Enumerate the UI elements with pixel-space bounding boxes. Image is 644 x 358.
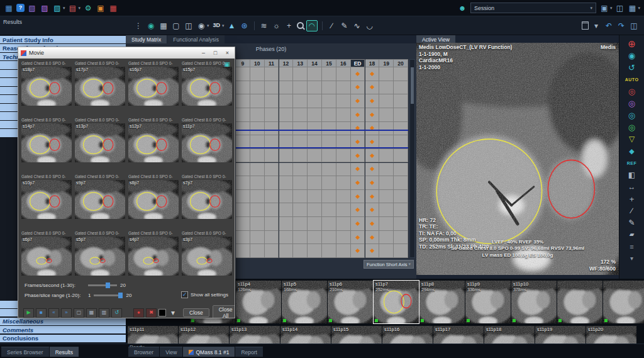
matrix-cell[interactable] [236,122,250,136]
matrix-cell[interactable] [394,217,408,231]
matrix-cell[interactable] [322,94,336,108]
movie-thumb-s16p7[interactable]: Gated Chest 8.0 SPO 0-s16p7 [128,61,179,106]
matrix-cell[interactable] [265,176,279,190]
matrix-cell[interactable] [279,190,294,204]
ref-view-icon[interactable]: ◆ [627,146,637,156]
matrix-cell[interactable] [379,122,394,136]
matrix-cell[interactable] [379,67,394,81]
matrix-cell[interactable] [336,149,351,163]
box-orange-icon[interactable]: ▣ [96,3,106,13]
matrix-cell[interactable] [279,122,294,136]
matrix-cell[interactable] [351,231,365,245]
pencil-icon[interactable]: ✎ [627,218,637,228]
film-thumb-s11p7[interactable]: s11p7252ms [374,281,419,323]
matrix-cell[interactable] [394,244,408,258]
matrix-cell[interactable] [250,81,265,95]
phase-column-12[interactable]: 12 [279,59,294,67]
matrix-cell[interactable] [308,217,322,231]
matrix-cell[interactable] [236,108,250,122]
results-item-comments[interactable]: Comments [0,326,126,333]
matrix-cell[interactable] [265,94,279,108]
app-grid-icon[interactable]: ▦ [4,3,14,13]
tab-series-browser[interactable]: Series Browser [1,347,49,357]
matrix-cell[interactable] [379,81,394,95]
signal-icon[interactable]: ∿ [352,21,362,31]
matrix-scrollbar-thumb[interactable] [411,67,414,104]
matrix-cell[interactable] [250,94,265,108]
layout-columns-icon[interactable]: ◫ [614,3,625,13]
show-all-settings-checkbox[interactable]: ✓ [181,291,188,298]
close-all-button[interactable]: Close All [213,305,235,318]
three-d-icon[interactable]: 3D [212,21,222,31]
stack-red-icon-caret[interactable]: ▾ [79,6,81,11]
phase-column-9[interactable]: 9 [236,59,250,67]
three-d-icon-caret[interactable]: ▾ [222,23,225,28]
matrix-cell[interactable] [336,231,351,245]
eraser-icon[interactable]: ▰ [627,230,637,240]
delete-movie-button[interactable]: ✖ [146,308,157,318]
matrix-cell[interactable] [250,122,265,136]
matrix-cell[interactable] [394,122,408,136]
matrix-cell[interactable] [308,122,322,136]
phase-column-10[interactable]: 10 [250,59,265,67]
matrix-cell[interactable] [279,176,294,190]
matrix-cell[interactable] [365,244,380,258]
matrix-cell[interactable] [379,94,394,108]
grid-red-icon[interactable]: ▦ [108,3,118,13]
contour-red-icon[interactable]: ◎ [627,86,637,96]
matrix-cell[interactable] [379,149,394,163]
cone-icon[interactable]: ▲ [227,21,237,31]
matrix-cell[interactable] [265,190,279,204]
matrix-cell[interactable] [394,67,408,81]
tab-view[interactable]: View [160,347,182,357]
matrix-cell[interactable] [250,244,265,258]
phase-column-18[interactable]: 18 [365,59,380,67]
layout-split-icon[interactable]: ◫ [184,21,194,31]
matrix-cell[interactable] [308,81,322,95]
help-icon[interactable]: ? [16,4,25,12]
matrix-cell[interactable] [308,190,322,204]
matrix-cell[interactable] [250,176,265,190]
matrix-cell[interactable] [351,217,365,231]
matrix-cell[interactable] [308,244,322,258]
phase-column-15[interactable]: 15 [322,59,336,67]
matrix-cell[interactable] [365,149,380,163]
film-thumb-s11p18[interactable]: s11p18 [484,326,535,344]
draw-icon[interactable]: ✎ [340,21,350,31]
matrix-cell[interactable] [293,190,308,204]
matrix-cell[interactable] [265,67,279,81]
range-slider-knob[interactable] [118,293,123,298]
matrix-cell[interactable] [336,244,351,258]
matrix-cell[interactable] [250,149,265,163]
tab-study-matrix[interactable]: Study Matrix [126,35,167,43]
film-thumb-s11p19[interactable]: s11p19 [535,326,586,344]
matrix-cell[interactable] [351,94,365,108]
matrix-cell[interactable] [351,67,365,81]
matrix-cell[interactable] [351,163,365,177]
movie-thumb-s4p7[interactable]: Gated Chest 8.0 SPO 0-s4p7 [128,231,179,276]
brightness-icon[interactable]: ☼ [272,21,282,31]
contour-purple-icon[interactable]: ◎ [627,98,637,108]
results-item-conclusions[interactable]: Conclusions [0,335,126,342]
matrix-cell[interactable] [236,149,250,163]
tab-results[interactable]: Results [50,347,79,357]
stack-red-icon[interactable]: ▤ [68,3,78,13]
phase-column-11[interactable]: 11 [265,59,279,67]
matrix-cell[interactable] [293,244,308,258]
movie-thumb-s9p7[interactable]: Gated Chest 8.0 SPO 0-s9p7 [75,174,125,219]
skip-start-button[interactable]: « [48,308,59,318]
grid-matrix-button[interactable]: ▦ [86,308,97,318]
matrix-cell[interactable] [336,176,351,190]
film-thumb-s11p12[interactable]: s11p12 [179,326,229,344]
matrix-cell[interactable] [308,94,322,108]
matrix-cell[interactable] [336,94,351,108]
movie-thumb-s3p7[interactable]: Gated Chest 8.0 SPO 0-s3p7 [182,231,232,276]
matrix-cell[interactable] [336,190,351,204]
matrix-cell[interactable] [279,231,294,245]
matrix-cell[interactable] [265,217,279,231]
film-thumb-s11p8[interactable]: s11p8294ms [419,281,465,323]
view-preset-icon-caret[interactable]: ▾ [207,23,209,28]
session-select[interactable]: Session ▾ [470,3,596,13]
matrix-cell[interactable] [394,163,408,177]
layout-single-icon[interactable]: ▢ [171,21,181,31]
